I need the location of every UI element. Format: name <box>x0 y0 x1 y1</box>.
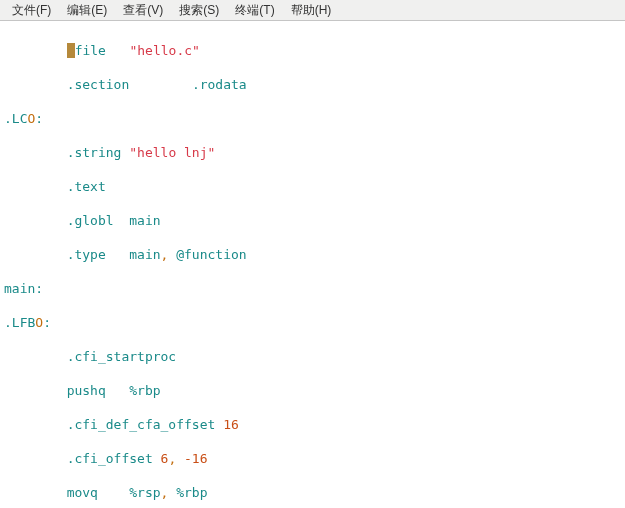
opcode: movq <box>67 485 98 500</box>
ident: .rodata <box>192 77 247 92</box>
directive: .cfi_def_cfa_offset <box>67 417 216 432</box>
comma: , <box>168 451 176 466</box>
directive: .cfi_offset <box>67 451 153 466</box>
code-line: pushq %rbp <box>4 382 621 399</box>
menu-terminal[interactable]: 终端(T) <box>227 2 282 19</box>
string: "hello. <box>129 43 184 58</box>
code-line: file "hello.c" <box>4 42 621 59</box>
label: main <box>4 281 35 296</box>
comma: , <box>161 485 169 500</box>
reg: %rsp <box>129 485 160 500</box>
code-line: .type main, @function <box>4 246 621 263</box>
code-line: .globl main <box>4 212 621 229</box>
code-line: .cfi_offset 6, -16 <box>4 450 621 467</box>
colon: : <box>35 281 43 296</box>
ident: main <box>129 213 160 228</box>
num: -16 <box>184 451 207 466</box>
opcode: pushq <box>67 383 106 398</box>
ident: function <box>184 247 247 262</box>
code-line: .LFBO: <box>4 314 621 331</box>
menu-edit[interactable]: 编辑(E) <box>59 2 115 19</box>
menu-view[interactable]: 查看(V) <box>115 2 171 19</box>
code-line: .string "hello lnj" <box>4 144 621 161</box>
colon: : <box>43 315 51 330</box>
directive: .type <box>67 247 106 262</box>
string: "hello lnj" <box>129 145 215 160</box>
directive: .section <box>67 77 130 92</box>
directive: .globl <box>67 213 114 228</box>
num: 16 <box>223 417 239 432</box>
editor-area[interactable]: file "hello.c" .section .rodata .LCO: .s… <box>0 21 625 508</box>
ident: main <box>129 247 160 262</box>
at: @ <box>176 247 184 262</box>
colon: : <box>35 111 43 126</box>
menu-search[interactable]: 搜索(S) <box>171 2 227 19</box>
menu-help[interactable]: 帮助(H) <box>283 2 340 19</box>
menu-file[interactable]: 文件(F) <box>4 2 59 19</box>
directive: .string <box>67 145 122 160</box>
directive: .cfi_startproc <box>67 349 177 364</box>
label: .LFB <box>4 315 35 330</box>
cursor <box>67 43 75 58</box>
code-line: main: <box>4 280 621 297</box>
reg: %rbp <box>176 485 207 500</box>
code-line: .LCO: <box>4 110 621 127</box>
reg: %rbp <box>129 383 160 398</box>
code-line: .cfi_startproc <box>4 348 621 365</box>
string: c" <box>184 43 200 58</box>
code-line: .cfi_def_cfa_offset 16 <box>4 416 621 433</box>
directive: file <box>75 43 106 58</box>
menu-bar: 文件(F) 编辑(E) 查看(V) 搜索(S) 终端(T) 帮助(H) <box>0 0 625 21</box>
code-line: .text <box>4 178 621 195</box>
code-line: movq %rsp, %rbp <box>4 484 621 501</box>
directive: .text <box>67 179 106 194</box>
num: O <box>35 315 43 330</box>
label: .LC <box>4 111 27 126</box>
comma: , <box>161 247 169 262</box>
code-line: .section .rodata <box>4 76 621 93</box>
